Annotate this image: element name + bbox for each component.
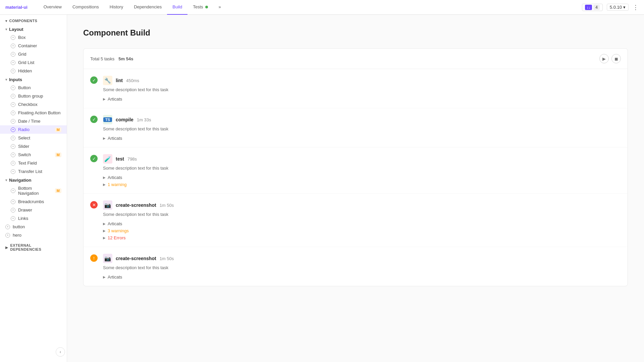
button-group-icon [11, 94, 15, 99]
task-compile-artifact[interactable]: ▶ Articats [103, 135, 621, 142]
status-success-icon: ✓ [90, 76, 98, 84]
task-lint-artifact[interactable]: ▶ Articats [103, 96, 621, 103]
sidebar-item-drawer[interactable]: Drawer [0, 206, 67, 214]
navigation-group-header[interactable]: ▾ Navigation [0, 176, 67, 184]
tab-overview[interactable]: Overview [38, 0, 67, 15]
task-item-compile: ✓ TS compile 1m 33s Some description tex… [84, 108, 628, 147]
sidebar-item-grid[interactable]: Grid [0, 50, 67, 58]
components-section-header[interactable]: ▾ COMPONENTS [0, 15, 67, 25]
select-icon [11, 136, 15, 140]
sidebar-item-slider[interactable]: Slider [0, 142, 67, 150]
task-screenshot-warnings[interactable]: ▶ 3 warnings [103, 227, 621, 234]
sidebar-item-button-group[interactable]: Button group [0, 92, 67, 100]
main-content: Component Build Total 5 tasks 5m 54s ▶ ◼… [67, 15, 644, 362]
sidebar-item-text-field[interactable]: Text Field [0, 159, 67, 167]
tab-tests[interactable]: Tests [187, 0, 213, 15]
artifact-chevron-icon: ▶ [103, 222, 106, 226]
tab-more[interactable]: » [213, 0, 226, 15]
sidebar-item-transfer-list[interactable]: Transfer List [0, 167, 67, 176]
container-icon [11, 44, 15, 48]
task-screenshot-warning-time: 1m 50s [160, 256, 174, 261]
sidebar-item-container[interactable]: Container [0, 42, 67, 50]
screenshot-task-icon: 📷 [103, 200, 112, 210]
radio-badge: M [55, 127, 61, 132]
hero-icon [5, 233, 10, 238]
tests-status-dot [205, 6, 208, 8]
sidebar-item-bottom-nav[interactable]: Bottom Navigation M [0, 184, 67, 197]
sidebar-item-checkbox[interactable]: Checkbox [0, 100, 67, 109]
sidebar-item-button-bottom[interactable]: button [0, 223, 67, 231]
chevron-down-icon: ▾ [623, 5, 626, 10]
inputs-group-header[interactable]: ▾ Inputs [0, 75, 67, 83]
task-screenshot-warning-status: ! [90, 254, 98, 281]
tab-history[interactable]: History [104, 0, 128, 15]
total-tasks-label: Total 5 tasks [90, 56, 114, 61]
sidebar: ▾ COMPONENTS ▾ Layout Box Container Grid… [0, 15, 67, 362]
play-button[interactable]: ▶ [599, 54, 609, 63]
task-lint-time: 450ms [126, 78, 139, 83]
task-item-test: ✓ 🧪 test 798s Some description text for … [84, 147, 628, 194]
sidebar-item-fab[interactable]: Floating Action Button [0, 109, 67, 117]
artifact2-chevron-icon: ▶ [103, 275, 106, 279]
task-test-warning[interactable]: ▶ 1 warning [103, 181, 621, 188]
task-lint-body: 🔧 lint 450ms Some description text for t… [103, 76, 621, 103]
screenshot2-task-icon: 📷 [103, 254, 112, 263]
sidebar-item-box[interactable]: Box [0, 33, 67, 42]
tab-compositions[interactable]: Compositions [67, 0, 104, 15]
external-deps-section[interactable]: ▶ EXTERNAL DEPENDENCIES [0, 239, 67, 253]
task-compile-body: TS compile 1m 33s Some description text … [103, 115, 621, 142]
sidebar-item-hidden[interactable]: Hidden [0, 67, 67, 75]
button-bottom-icon [5, 225, 10, 229]
sidebar-item-select[interactable]: Select [0, 134, 67, 142]
sidebar-item-breadcrumbs[interactable]: Breadcrumbs [0, 197, 67, 206]
task-screenshot-warning-desc: Some description text for this task [103, 265, 621, 270]
task-screenshot-errors[interactable]: ▶ 12 Errors [103, 234, 621, 241]
collapse-sidebar-button[interactable]: ‹ [56, 347, 65, 357]
top-navigation: material-ui Overview Compositions Histor… [0, 0, 644, 15]
more-options-icon[interactable]: ⋮ [633, 4, 639, 11]
task-compile-status: ✓ [90, 116, 98, 142]
radio-icon [11, 127, 15, 132]
right-controls: ↕↓ 4 5.0.10 ▾ ⋮ [582, 4, 639, 11]
transfer-list-icon [11, 169, 15, 174]
task-test-header: 🧪 test 798s [103, 154, 621, 164]
grid-list-icon [11, 60, 15, 65]
sidebar-item-hero[interactable]: hero [0, 231, 67, 239]
box-icon [11, 35, 15, 40]
status-warning-icon: ! [90, 254, 98, 262]
task-screenshot-warning-body: 📷 create-screenshot 1m 50s Some descript… [103, 254, 621, 281]
task-test-time: 798s [127, 157, 137, 162]
warning-chevron-icon: ▶ [103, 183, 106, 186]
task-lint-status: ✓ [90, 76, 98, 103]
build-time: 5m 54s [118, 56, 133, 61]
tab-build[interactable]: Build [167, 0, 187, 15]
slider-icon [11, 144, 15, 149]
version-control-button[interactable]: ↕↓ 4 [582, 4, 603, 11]
fab-icon [11, 111, 15, 115]
task-test-artifact[interactable]: ▶ Articats [103, 174, 621, 181]
build-panel: Total 5 tasks 5m 54s ▶ ◼ ✓ 🔧 lint 450ms [83, 48, 628, 286]
sidebar-item-switch[interactable]: Switch M [0, 150, 67, 159]
components-chevron-icon: ▾ [5, 19, 7, 23]
brand-logo[interactable]: material-ui [5, 5, 28, 10]
task-screenshot2-artifact[interactable]: ▶ Articats [103, 274, 621, 281]
tab-dependencies[interactable]: Dependencies [128, 0, 167, 15]
sidebar-item-links[interactable]: Links [0, 214, 67, 223]
sidebar-item-button[interactable]: Button [0, 83, 67, 92]
sidebar-item-grid-list[interactable]: Grid List [0, 58, 67, 67]
errors-chevron-icon: ▶ [103, 236, 106, 240]
inputs-chevron-icon: ▾ [5, 78, 7, 81]
sidebar-item-radio[interactable]: Radio M [0, 125, 67, 134]
task-compile-desc: Some description text for this task [103, 126, 621, 131]
version-dropdown[interactable]: 5.0.10 ▾ [607, 4, 629, 11]
task-compile-time: 1m 33s [137, 117, 151, 122]
layout-group-header[interactable]: ▾ Layout [0, 25, 67, 33]
links-icon [11, 216, 15, 221]
layout-chevron-icon: ▾ [5, 27, 7, 31]
stop-button[interactable]: ◼ [611, 54, 621, 63]
sidebar-item-datetime[interactable]: Date / Time [0, 117, 67, 125]
task-test-status: ✓ [90, 155, 98, 188]
task-item-lint: ✓ 🔧 lint 450ms Some description text for… [84, 69, 628, 108]
task-screenshot-artifact[interactable]: ▶ Articats [103, 220, 621, 227]
navigation-chevron-icon: ▾ [5, 178, 7, 182]
